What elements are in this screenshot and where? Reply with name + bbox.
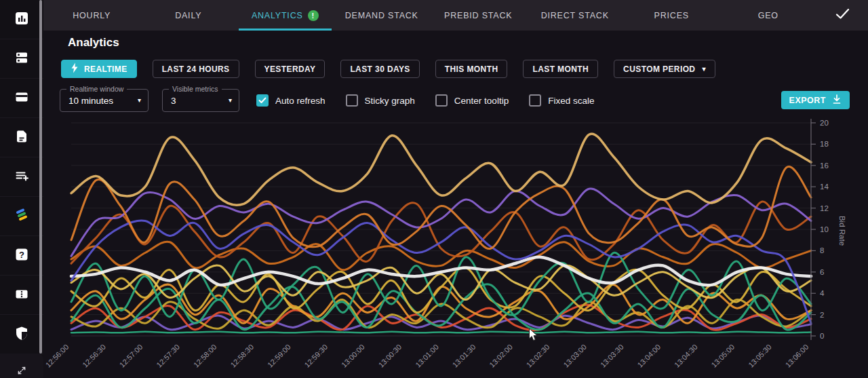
chart-controls-row: Realtime window 10 minutes ▾ Visible met… (60, 89, 868, 112)
svg-text:13:00:00: 13:00:00 (340, 343, 366, 369)
last-30-days-button[interactable]: LAST 30 DAYS (340, 60, 419, 78)
top-navigation: HOURLYDAILYANALYTICS!DEMAND STACKPREBID … (43, 0, 868, 31)
svg-text:20: 20 (820, 119, 829, 127)
svg-text:12:56:30: 12:56:30 (81, 343, 107, 369)
svg-text:Bid Rate: Bid Rate (838, 216, 846, 246)
checkbox-box (256, 94, 269, 107)
svg-text:13:00:30: 13:00:30 (377, 343, 403, 369)
svg-text:13:02:30: 13:02:30 (525, 343, 551, 369)
sidebar-item-document[interactable] (0, 118, 43, 157)
svg-text:13:04:00: 13:04:00 (635, 343, 662, 369)
svg-text:13:01:30: 13:01:30 (451, 343, 477, 369)
sticky-graph-checkbox[interactable]: Sticky graph (346, 94, 415, 107)
sidebar-scrollbar[interactable] (39, 0, 42, 354)
series-orange-main (71, 167, 811, 249)
checkbox-box (529, 94, 541, 107)
export-button-label: EXPORT (789, 96, 826, 105)
svg-text:13:03:00: 13:03:00 (561, 343, 588, 369)
help-icon: ? (14, 247, 29, 265)
last-month-button[interactable]: LAST MONTH (523, 60, 598, 78)
sidebar-item-bar-chart[interactable] (0, 0, 43, 39)
svg-text:12:58:30: 12:58:30 (229, 343, 255, 369)
series-orange-mid (71, 242, 811, 270)
sidebar-item-shield[interactable] (0, 315, 43, 354)
checkbox-label: Sticky graph (365, 96, 415, 106)
svg-text:14: 14 (820, 183, 829, 191)
visible-metrics-select[interactable]: Visible metrics 3 ▾ (162, 89, 239, 112)
period-button-label: LAST 24 HOURS (162, 64, 230, 74)
bar-chart-icon (14, 11, 29, 29)
svg-text:?: ? (19, 249, 24, 259)
sidebar-item-expand[interactable] (0, 354, 43, 378)
svg-text:12:59:30: 12:59:30 (302, 343, 329, 369)
svg-text:13:05:30: 13:05:30 (747, 343, 773, 369)
checkbox-label: Center tooltip (454, 96, 509, 106)
sidebar-item-playlist-add[interactable] (0, 157, 43, 197)
this-month-button[interactable]: THIS MONTH (435, 60, 508, 78)
credit-card-icon (14, 90, 29, 107)
checkbox-label: Auto refresh (275, 96, 326, 106)
svg-text:4: 4 (820, 289, 825, 297)
sidebar-item-dns-list[interactable] (0, 39, 43, 79)
svg-text:12:59:00: 12:59:00 (266, 343, 292, 369)
chevron-down-icon: ▾ (138, 96, 141, 104)
export-button[interactable]: EXPORT (781, 91, 850, 109)
sidebar-item-brand-logo[interactable] (0, 197, 43, 236)
tab-direct-stack[interactable]: DIRECT STACK (527, 0, 624, 31)
svg-text:6: 6 (820, 268, 824, 276)
period-button-label: LAST 30 DAYS (350, 64, 410, 74)
document-icon (14, 129, 29, 147)
period-button-label: LAST MONTH (532, 64, 589, 74)
tab-daily[interactable]: DAILY (140, 0, 237, 31)
svg-text:18: 18 (820, 140, 829, 148)
page-title: Analytics (68, 36, 119, 50)
tab-hourly[interactable]: HOURLY (43, 0, 140, 31)
tab-geo[interactable]: GEO (720, 0, 817, 31)
sidebar-item-credit-card[interactable] (0, 79, 43, 118)
main-content: Analytics REALTIMELAST 24 HOURSYESTERDAY… (43, 31, 868, 378)
custom-period-button[interactable]: CUSTOM PERIOD▾ (614, 60, 715, 78)
realtime-window-value: 10 minutes (68, 96, 113, 106)
nav-check-button[interactable] (816, 0, 868, 31)
ticket-icon (14, 286, 29, 304)
realtime-button[interactable]: REALTIME (61, 60, 137, 78)
period-button-label: THIS MONTH (445, 64, 498, 74)
svg-text:12:58:00: 12:58:00 (192, 343, 218, 369)
period-filter-row: REALTIMELAST 24 HOURSYESTERDAYLAST 30 DA… (61, 60, 715, 78)
sidebar-item-ticket[interactable] (0, 276, 43, 315)
yesterday-button[interactable]: YESTERDAY (255, 60, 326, 78)
sidebar-item-help[interactable]: ? (0, 236, 43, 276)
tab-demand-stack[interactable]: DEMAND STACK (334, 0, 431, 31)
realtime-window-select[interactable]: Realtime window 10 minutes ▾ (60, 89, 149, 112)
checkbox-label: Fixed scale (548, 96, 594, 106)
last-24-hours-button[interactable]: LAST 24 HOURS (153, 60, 239, 78)
chevron-down-icon: ▾ (229, 96, 232, 104)
tab-prebid-stack[interactable]: PREBID STACK (430, 0, 527, 31)
visible-metrics-value: 3 (171, 96, 176, 106)
svg-text:12: 12 (820, 204, 829, 212)
svg-text:10: 10 (820, 225, 829, 233)
period-button-label: REALTIME (84, 64, 127, 74)
notification-badge: ! (308, 10, 319, 21)
svg-text:13:02:00: 13:02:00 (488, 343, 514, 369)
svg-text:13:05:00: 13:05:00 (710, 343, 736, 369)
tab-label: DAILY (175, 11, 201, 20)
series-gold-top (71, 134, 811, 205)
svg-text:13:04:30: 13:04:30 (673, 343, 699, 369)
svg-text:2: 2 (820, 311, 824, 319)
fixed-scale-checkbox[interactable]: Fixed scale (529, 94, 594, 107)
svg-text:12:57:00: 12:57:00 (118, 343, 144, 369)
checkbox-box (346, 94, 358, 107)
tab-label: GEO (758, 11, 778, 20)
tab-prices[interactable]: PRICES (623, 0, 720, 31)
period-button-label: CUSTOM PERIOD (623, 64, 695, 74)
lightning-icon (71, 62, 79, 75)
tab-label: HOURLY (73, 11, 111, 20)
center-tooltip-checkbox[interactable]: Center tooltip (435, 94, 509, 107)
tab-analytics[interactable]: ANALYTICS! (237, 0, 334, 31)
download-icon (832, 94, 842, 107)
realtime-window-label: Realtime window (66, 85, 127, 93)
auto-refresh-checkbox[interactable]: Auto refresh (256, 94, 326, 107)
visible-metrics-label: Visible metrics (169, 85, 222, 93)
bid-rate-chart[interactable]: 02468101214161820Bid Rate12:56:0012:56:3… (43, 115, 868, 378)
